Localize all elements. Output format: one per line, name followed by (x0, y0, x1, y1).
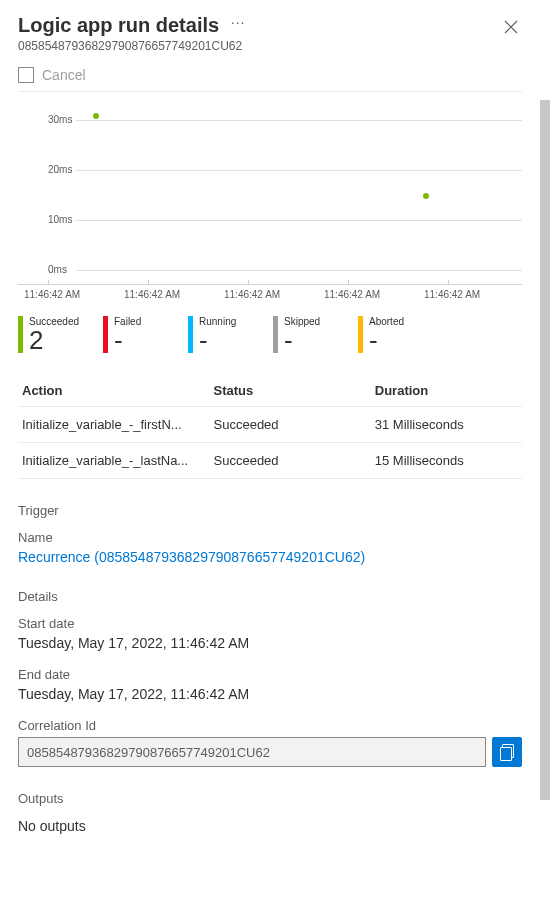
status-failed[interactable]: Failed - (103, 316, 188, 353)
trigger-name-link[interactable]: Recurrence (0858548793682979087665774920… (18, 549, 522, 565)
trigger-name-label: Name (18, 530, 522, 545)
correlation-id-row (18, 737, 522, 767)
end-date-value: Tuesday, May 17, 2022, 11:46:42 AM (18, 686, 522, 702)
status-value: 2 (29, 327, 79, 353)
start-date-value: Tuesday, May 17, 2022, 11:46:42 AM (18, 635, 522, 651)
table-header-row: Action Status Duration (18, 375, 522, 407)
gridline (76, 220, 522, 221)
cell-duration: 31 Milliseconds (371, 407, 522, 443)
status-skipped[interactable]: Skipped - (273, 316, 358, 353)
gridline (76, 170, 522, 171)
cancel-checkbox[interactable] (18, 67, 34, 83)
table-row[interactable]: Initialize_variable_-_lastNa... Succeede… (18, 443, 522, 479)
copy-button[interactable] (492, 737, 522, 767)
status-value: - (369, 327, 404, 353)
cell-status: Succeeded (210, 407, 371, 443)
gridline (76, 270, 522, 271)
toolbar-divider (18, 91, 522, 92)
cancel-label: Cancel (42, 67, 86, 83)
x-axis: 11:46:42 AM 11:46:42 AM 11:46:42 AM 11:4… (18, 284, 522, 300)
header: Logic app run details ··· 08585487936829… (18, 14, 522, 53)
y-tick-10: 10ms (48, 214, 72, 225)
copy-icon (500, 744, 514, 760)
y-tick-20: 20ms (48, 164, 72, 175)
correlation-id-input[interactable] (18, 737, 486, 767)
section-title: Outputs (18, 791, 522, 806)
table-row[interactable]: Initialize_variable_-_firstN... Succeede… (18, 407, 522, 443)
status-running[interactable]: Running - (188, 316, 273, 353)
status-value: - (114, 327, 141, 353)
header-left: Logic app run details ··· 08585487936829… (18, 14, 500, 53)
correlation-id-label: Correlation Id (18, 718, 522, 733)
x-tick-label: 11:46:42 AM (424, 289, 540, 300)
toolbar: Cancel (18, 67, 522, 83)
gridline (76, 120, 522, 121)
col-duration[interactable]: Duration (371, 375, 522, 407)
status-summary: Succeeded 2 Failed - Running - Skipped - (18, 316, 522, 353)
run-details-panel: Logic app run details ··· 08585487936829… (0, 0, 540, 920)
cell-action: Initialize_variable_-_firstN... (18, 407, 210, 443)
actions-table: Action Status Duration Initialize_variab… (18, 375, 522, 479)
start-date-label: Start date (18, 616, 522, 631)
status-succeeded[interactable]: Succeeded 2 (18, 316, 103, 353)
page-title: Logic app run details (18, 14, 219, 37)
end-date-label: End date (18, 667, 522, 682)
chart-point (423, 193, 429, 199)
cell-duration: 15 Milliseconds (371, 443, 522, 479)
chart-point (93, 113, 99, 119)
status-value: - (199, 327, 236, 353)
outputs-section: Outputs No outputs (18, 791, 522, 834)
section-title: Details (18, 589, 522, 604)
more-icon[interactable]: ··· (231, 14, 246, 30)
close-icon (504, 20, 518, 34)
y-tick-30: 30ms (48, 114, 72, 125)
col-action[interactable]: Action (18, 375, 210, 407)
run-id: 08585487936829790876657749201CU62 (18, 39, 500, 53)
cell-action: Initialize_variable_-_lastNa... (18, 443, 210, 479)
close-button[interactable] (500, 14, 522, 43)
status-value: - (284, 327, 320, 353)
details-section: Details Start date Tuesday, May 17, 2022… (18, 589, 522, 767)
status-aborted[interactable]: Aborted - (358, 316, 443, 353)
section-title: Trigger (18, 503, 522, 518)
outputs-value: No outputs (18, 818, 522, 834)
col-status[interactable]: Status (210, 375, 371, 407)
vertical-scrollbar[interactable] (540, 100, 550, 800)
cell-status: Succeeded (210, 443, 371, 479)
duration-chart: 30ms 20ms 10ms 0ms (18, 110, 522, 280)
y-tick-0: 0ms (48, 264, 67, 275)
trigger-section: Trigger Name Recurrence (085854879368297… (18, 503, 522, 565)
